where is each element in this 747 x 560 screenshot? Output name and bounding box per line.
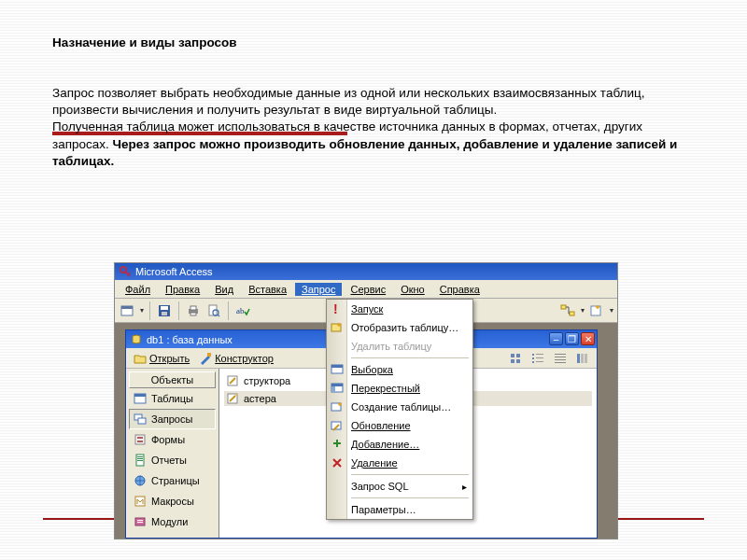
- menu-maketable[interactable]: Создание таблицы…: [327, 398, 472, 416]
- menu-item-label: Обновление: [351, 420, 411, 431]
- svg-rect-15: [207, 353, 211, 357]
- svg-rect-22: [532, 357, 534, 359]
- save-button[interactable]: [156, 302, 173, 319]
- open-icon: [134, 352, 147, 365]
- menu-view[interactable]: Вид: [208, 283, 240, 296]
- menu-item-label: Перекрестный: [351, 383, 420, 394]
- svg-rect-19: [516, 359, 520, 363]
- svg-rect-29: [555, 362, 566, 363]
- menu-separator: [351, 474, 469, 475]
- new-object-dropdown-icon[interactable]: ▾: [610, 306, 613, 315]
- svg-text:!: !: [333, 302, 338, 315]
- menu-insert[interactable]: Вставка: [242, 283, 293, 296]
- menu-sql[interactable]: Запрос SQL: [327, 477, 472, 496]
- svg-rect-34: [134, 394, 146, 397]
- open-label: Открыть: [149, 353, 190, 364]
- paragraph-2: Полученная таблица может использоваться …: [52, 119, 695, 170]
- show-table-icon: [330, 320, 345, 335]
- menu-query[interactable]: Запрос: [295, 283, 342, 296]
- wizard-icon: [226, 392, 239, 405]
- svg-rect-18: [511, 359, 514, 363]
- svg-rect-47: [137, 520, 143, 521]
- objects-modules[interactable]: Модули: [129, 511, 216, 532]
- menu-params[interactable]: Параметры…: [327, 500, 472, 519]
- modules-icon: [134, 515, 147, 528]
- objects-item-label: Макросы: [151, 496, 194, 507]
- svg-rect-23: [536, 357, 543, 358]
- relationships-dropdown-icon[interactable]: ▾: [581, 306, 585, 315]
- large-icons-button[interactable]: [507, 350, 524, 367]
- relationships-button[interactable]: [559, 302, 576, 319]
- menu-separator: [351, 497, 469, 498]
- objects-tables[interactable]: Таблицы: [129, 388, 216, 409]
- objects-item-label: Формы: [151, 434, 185, 445]
- menu-item-label: Параметры…: [351, 504, 416, 515]
- spellcheck-button[interactable]: ab: [234, 302, 251, 319]
- print-button[interactable]: [185, 302, 202, 319]
- database-window-title: db1 : база данных: [147, 334, 233, 345]
- svg-rect-7: [190, 306, 196, 310]
- menu-edit[interactable]: Правка: [159, 283, 206, 296]
- list-item-label: cтруктора: [244, 375, 290, 386]
- design-label: Конструктор: [215, 353, 274, 364]
- new-object-button[interactable]: [588, 302, 605, 319]
- view-button[interactable]: [119, 302, 135, 319]
- delete-icon: [330, 455, 345, 470]
- queries-icon: [134, 413, 147, 426]
- svg-rect-42: [137, 458, 143, 459]
- menu-append[interactable]: Добавление…: [327, 435, 472, 454]
- objects-item-label: Страницы: [151, 475, 200, 486]
- svg-rect-5: [162, 312, 167, 315]
- view-dropdown-icon[interactable]: ▾: [140, 306, 144, 315]
- details-button[interactable]: [574, 350, 591, 367]
- menu-item-label: Запуск: [351, 303, 383, 315]
- objects-pages[interactable]: Страницы: [129, 470, 216, 491]
- design-icon: [199, 352, 212, 365]
- menu-window[interactable]: Окно: [394, 283, 431, 296]
- menu-file[interactable]: Файл: [119, 283, 157, 296]
- tables-icon: [134, 392, 147, 405]
- objects-macros[interactable]: Макросы: [129, 491, 216, 511]
- svg-rect-24: [532, 361, 534, 363]
- svg-rect-8: [190, 313, 196, 315]
- menu-separator: [351, 357, 469, 358]
- maximize-button[interactable]: ❐: [565, 332, 579, 345]
- menu-delete-table: Удалить таблицу: [327, 337, 472, 356]
- menu-update[interactable]: Обновление: [327, 416, 472, 435]
- app-titlebar: Microsoft Access: [115, 263, 617, 280]
- access-window: Microsoft Access Файл Правка Вид Вставка…: [114, 262, 618, 539]
- design-button[interactable]: Конструктор: [197, 351, 275, 366]
- menu-crosstab[interactable]: Перекрестный: [327, 379, 472, 398]
- menu-help[interactable]: Справка: [433, 283, 486, 296]
- close-button[interactable]: ✕: [581, 332, 595, 345]
- open-button[interactable]: Открыть: [132, 351, 191, 366]
- menu-delete[interactable]: Удаление: [327, 454, 472, 472]
- menu-show-table[interactable]: Отобразить таблицу…: [327, 318, 472, 337]
- svg-rect-25: [536, 361, 543, 362]
- menu-service[interactable]: Сервис: [344, 283, 392, 296]
- forms-icon: [134, 433, 147, 446]
- menu-select[interactable]: Выборка: [327, 360, 472, 379]
- svg-rect-30: [577, 354, 580, 363]
- svg-rect-26: [555, 354, 566, 355]
- objects-reports[interactable]: Отчеты: [129, 450, 216, 470]
- wizard-icon: [226, 374, 239, 387]
- svg-rect-31: [581, 354, 584, 363]
- toolbar-separator: [178, 301, 179, 320]
- objects-queries[interactable]: Запросы: [129, 409, 216, 429]
- menubar: Файл Правка Вид Вставка Запрос Сервис Ок…: [115, 280, 617, 299]
- menu-run[interactable]: ! Запуск: [327, 300, 472, 318]
- small-icons-button[interactable]: [529, 350, 546, 367]
- objects-forms[interactable]: Формы: [129, 429, 216, 450]
- preview-button[interactable]: [205, 302, 222, 319]
- menu-item-label: Удалить таблицу: [351, 341, 431, 352]
- objects-header: Объекты: [129, 371, 216, 388]
- svg-rect-17: [516, 354, 520, 357]
- menu-item-label: Удаление: [351, 457, 398, 469]
- svg-rect-36: [138, 418, 146, 424]
- svg-rect-20: [532, 354, 534, 356]
- select-query-icon: [330, 362, 345, 377]
- list-button[interactable]: [552, 350, 569, 367]
- minimize-button[interactable]: –: [549, 332, 563, 345]
- query-menu-popup: ! Запуск Отобразить таблицу… Удалить таб…: [326, 299, 473, 520]
